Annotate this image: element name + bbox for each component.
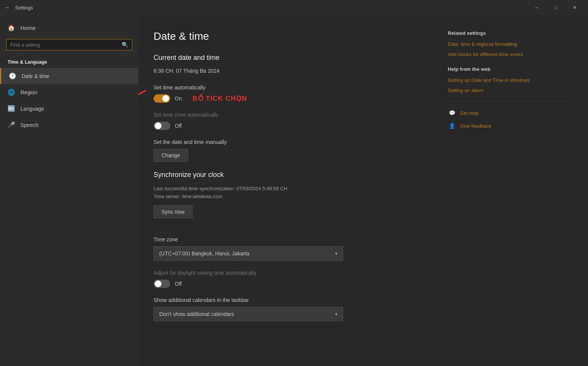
sidebar-item-language[interactable]: 🔤 Language — [0, 100, 138, 117]
daylight-label: Adjust for daylight saving time automati… — [154, 270, 433, 276]
set-timezone-auto-state: Off — [175, 123, 182, 129]
annotation-label: BỔ TICK CHỌN — [193, 94, 247, 103]
timezone-row: Time zone (UTC+07:00) Bangkok, Hanoi, Ja… — [154, 236, 433, 261]
maximize-button[interactable]: □ — [547, 2, 564, 14]
timezone-dropdown[interactable]: (UTC+07:00) Bangkok, Hanoi, Jakarta ▾ — [154, 246, 343, 261]
section-current-title: Current date and time — [154, 54, 433, 62]
home-label: Home — [20, 25, 36, 31]
sidebar-item-language-label: Language — [20, 106, 44, 112]
related-settings-title: Related settings — [448, 30, 569, 36]
divider — [448, 101, 569, 101]
search-icon: 🔍 — [122, 42, 128, 48]
sidebar: 🏠 Home 🔍 Time & Language 🕐 Date & time 🌐… — [0, 15, 138, 366]
content-main: Date & time Current date and time 8:38 C… — [154, 30, 433, 351]
sidebar-item-speech-label: Speech — [20, 122, 38, 128]
back-button[interactable]: ← — [5, 4, 11, 11]
right-sidebar: Related settings Date, time & regional f… — [448, 30, 569, 351]
help-link-1[interactable]: Setting an alarm — [448, 88, 569, 93]
related-link-0[interactable]: Date, time & regional formatting — [448, 41, 569, 47]
calendars-label: Show additional calendars in the taskbar — [154, 297, 433, 303]
related-link-1[interactable]: Add clocks for different time zones — [448, 52, 569, 57]
sync-info: Last successful time synchronization: 07… — [154, 185, 433, 201]
give-feedback-link[interactable]: Give feedback — [460, 123, 491, 129]
daylight-row: Adjust for daylight saving time automati… — [154, 270, 433, 288]
main-layout: 🏠 Home 🔍 Time & Language 🕐 Date & time 🌐… — [0, 15, 588, 366]
window-controls: ─ □ ✕ — [528, 2, 583, 14]
close-button[interactable]: ✕ — [566, 2, 583, 14]
timezone-value: (UTC+07:00) Bangkok, Hanoi, Jakarta — [159, 250, 249, 257]
timezone-label: Time zone — [154, 236, 433, 242]
daylight-state: Off — [175, 281, 182, 287]
region-icon: 🌐 — [8, 89, 15, 96]
sync-info-line1: Last successful time synchronization: 07… — [154, 185, 433, 193]
page-title: Date & time — [154, 30, 433, 42]
minimize-button[interactable]: ─ — [528, 2, 546, 14]
get-help-link[interactable]: Get help — [460, 110, 478, 116]
set-time-auto-toggle[interactable] — [154, 94, 170, 103]
sidebar-item-region-label: Region — [20, 89, 37, 95]
toggle-thumb — [162, 95, 169, 102]
set-timezone-auto-toggle[interactable] — [154, 122, 170, 130]
sidebar-section-label: Time & Language — [0, 53, 138, 68]
sidebar-item-speech[interactable]: 🎤 Speech — [0, 117, 138, 133]
toggle-thumb-tz — [155, 122, 162, 129]
get-help-item[interactable]: 💬 Get help — [448, 109, 569, 117]
change-button[interactable]: Change — [154, 149, 188, 162]
manual-label: Set the date and time manually — [154, 139, 433, 145]
sync-info-line2: Time server: time.windows.com — [154, 193, 433, 201]
sync-now-button[interactable]: Sync now — [154, 205, 193, 218]
set-time-auto-row: Set time automatically — [154, 84, 433, 103]
search-box-wrap: 🔍 — [0, 36, 138, 53]
give-feedback-icon: 👤 — [448, 122, 456, 130]
manual-row: Set the date and time manually Change — [154, 139, 433, 162]
content-area: Date & time Current date and time 8:38 C… — [138, 15, 588, 366]
sidebar-item-region[interactable]: 🌐 Region — [0, 84, 138, 100]
language-icon: 🔤 — [8, 105, 15, 112]
toggle-thumb-daylight — [155, 280, 162, 287]
sidebar-item-date-time-label: Date & time — [22, 73, 49, 79]
calendars-value: Don't show additional calendars — [159, 311, 234, 317]
help-link-0[interactable]: Setting up Date and Time in Windows — [448, 77, 569, 83]
search-input[interactable] — [10, 42, 119, 48]
sync-title: Synchronize your clock — [154, 171, 433, 179]
calendars-chevron-icon: ▾ — [335, 311, 337, 317]
calendars-dropdown[interactable]: Don't show additional calendars ▾ — [154, 307, 343, 321]
daylight-toggle[interactable] — [154, 280, 170, 288]
svg-line-1 — [138, 91, 146, 109]
give-feedback-item[interactable]: 👤 Give feedback — [448, 122, 569, 130]
speech-icon: 🎤 — [8, 121, 15, 128]
home-icon: 🏠 — [8, 24, 15, 31]
current-time: 8:38 CH, 07 Tháng Ba 2024 — [154, 68, 433, 74]
window-title: Settings — [15, 5, 528, 11]
search-box[interactable]: 🔍 — [6, 39, 132, 50]
sync-row: Synchronize your clock Last successful t… — [154, 171, 433, 227]
set-time-auto-label: Set time automatically — [154, 84, 433, 91]
set-timezone-auto-label: Set time zone automatically — [154, 112, 433, 118]
get-help-icon: 💬 — [448, 109, 456, 117]
set-time-auto-toggle-row: On BỔ TICK CHỌN — [154, 94, 433, 103]
daylight-toggle-row: Off — [154, 280, 433, 288]
red-arrow-annotation — [138, 87, 150, 117]
set-time-auto-state: On — [175, 95, 182, 102]
sidebar-item-date-time[interactable]: 🕐 Date & time — [0, 68, 138, 84]
sidebar-home[interactable]: 🏠 Home — [0, 20, 138, 36]
date-time-icon: 🕐 — [9, 72, 16, 80]
help-title: Help from the web — [448, 66, 569, 72]
set-timezone-auto-toggle-row: Off — [154, 122, 433, 130]
set-timezone-auto-row: Set time zone automatically Off — [154, 112, 433, 130]
titlebar: ← Settings ─ □ ✕ — [0, 0, 588, 15]
chevron-down-icon: ▾ — [335, 251, 337, 256]
calendars-row: Show additional calendars in the taskbar… — [154, 297, 433, 321]
